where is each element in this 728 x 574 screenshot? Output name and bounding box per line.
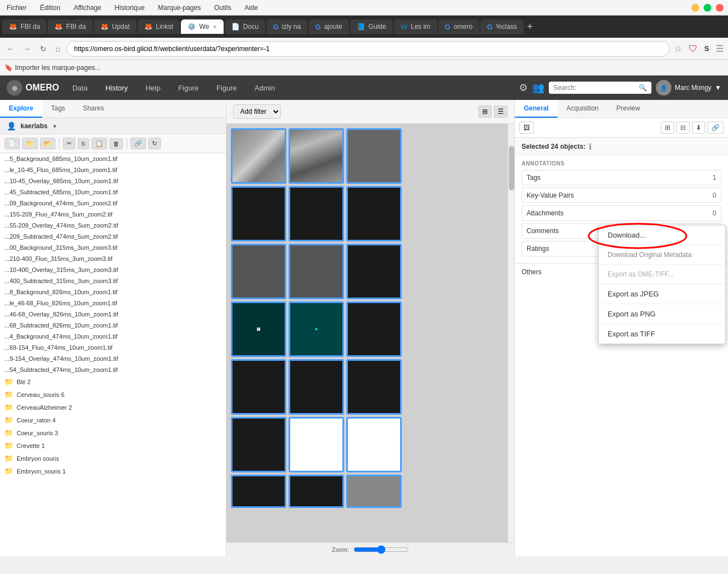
panel-grid-btn[interactable]: ⊞ — [661, 122, 674, 134]
list-item[interactable]: ...400_Subtracted_315ms_3um_zoom3.tif — [0, 275, 226, 286]
folder-crevette[interactable]: 📁 Crevette 1 — [0, 439, 226, 452]
paste-btn[interactable]: 📋 — [92, 138, 107, 149]
annotation-row-kvp[interactable]: Key-Value Pairs 0 — [522, 188, 721, 203]
home-button[interactable]: ⌂ — [53, 42, 62, 56]
nav-admin[interactable]: Admin — [250, 82, 280, 94]
image-thumbnail[interactable] — [346, 359, 402, 415]
back-button[interactable]: ← — [4, 42, 17, 56]
refresh-btn[interactable]: ↻ — [148, 138, 161, 149]
dropdown-item-download[interactable]: Download... — [599, 225, 725, 245]
maximize-button[interactable] — [704, 4, 711, 12]
list-item[interactable]: ...55-209_Overlay_474ms_5um_zoom2.tif — [0, 220, 226, 231]
folder-cerveau-souris[interactable]: 📁 Cerveau_souris 6 — [0, 388, 226, 401]
list-item[interactable]: ...209_Subtracted_474ms_5um_zoom2.tif — [0, 231, 226, 242]
search-input[interactable] — [553, 84, 636, 92]
bookmark-star-icon[interactable]: ☆ — [674, 43, 682, 54]
menu-edition[interactable]: Édition — [38, 3, 63, 13]
new-file-btn[interactable]: 📄 — [4, 138, 20, 149]
settings-icon[interactable]: ⚙ — [519, 82, 528, 94]
list-item[interactable]: ...69-154_Fluo_474ms_10um_zoom1.tif — [0, 342, 226, 353]
folder-coeur-raton[interactable]: 📁 Coeur_raton 4 — [0, 414, 226, 426]
annotation-row-tags[interactable]: Tags 1 — [522, 170, 721, 185]
tab-preview[interactable]: Preview — [608, 100, 649, 118]
tab-4[interactable]: 🦊 Linkst — [138, 19, 180, 34]
list-item[interactable]: ...9-154_Overlay_474ms_10um_zoom1.tif — [0, 353, 226, 364]
copy-btn[interactable]: ⎘ — [78, 138, 89, 149]
image-thumbnail[interactable] — [289, 301, 344, 357]
folder-cerveau-alzheimer[interactable]: 📁 CerveauAlzheimer 2 — [0, 401, 226, 414]
image-thumbnail[interactable] — [289, 244, 344, 299]
list-item[interactable]: ...09_Background_474ms_5um_zoom2.tif — [0, 198, 226, 209]
tab-11[interactable]: G omero — [438, 19, 479, 34]
list-item[interactable]: ...68_Subtracted_826ms_10um_zoom1.tif — [0, 320, 226, 331]
tab-5-close[interactable]: ✕ — [213, 24, 217, 30]
zoom-slider[interactable] — [353, 545, 409, 554]
image-thumbnail[interactable] — [346, 186, 402, 241]
dropdown-item-export-tiff[interactable]: Export as TIFF — [599, 324, 725, 344]
nav-history[interactable]: History — [101, 82, 132, 94]
list-item[interactable]: ...10-45_Overlay_685ms_10um_zoom1.tif — [0, 175, 226, 187]
list-item[interactable]: ...10-400_Overlay_315ms_3um_zoom3.tif — [0, 264, 226, 275]
panel-download-btn[interactable]: ⬇ — [692, 122, 705, 134]
tab-3[interactable]: 🦊 Updat — [94, 19, 136, 34]
tab-general[interactable]: General — [515, 100, 558, 118]
tab-5[interactable]: ⚙️ We ✕ — [181, 19, 224, 34]
list-view-button[interactable]: ☰ — [494, 105, 508, 118]
grid-view-button[interactable]: ⊞ — [478, 105, 492, 118]
nav-data[interactable]: Data — [68, 82, 92, 94]
folder-ble[interactable]: 📁 Blé 2 — [0, 375, 226, 388]
folder-coeur-souris[interactable]: 📁 Coeur_souris 3 — [0, 426, 226, 439]
image-thumbnail[interactable] — [231, 417, 286, 472]
panel-link-btn[interactable]: 🔗 — [707, 122, 724, 134]
menu-outils[interactable]: Outils — [212, 3, 234, 13]
add-filter-select[interactable]: Add filter — [233, 104, 281, 119]
parent-folder-btn[interactable]: 📂 — [40, 138, 55, 149]
list-item[interactable]: ...45_Subtracted_685ms_10um_zoom1.tif — [0, 187, 226, 198]
list-item[interactable]: ...155-209_Fluo_474ms_5um_zoom2.tif — [0, 209, 226, 220]
tab-shares[interactable]: Shares — [74, 100, 113, 118]
close-button[interactable] — [716, 4, 724, 12]
image-thumbnail[interactable] — [346, 301, 402, 357]
tab-9[interactable]: 📘 Guide — [350, 19, 393, 34]
dropdown-item-export-jpeg[interactable]: Export as JPEG — [599, 284, 725, 304]
menu-historique[interactable]: Historique — [113, 3, 147, 13]
image-thumbnail[interactable] — [346, 475, 402, 508]
list-item[interactable]: ...8_Background_826ms_10um_zoom1.tif — [0, 286, 226, 298]
image-thumbnail[interactable] — [231, 475, 286, 508]
nav-help[interactable]: Help — [141, 82, 165, 94]
menu-icon[interactable]: ☰ — [716, 43, 724, 54]
list-item[interactable]: ...210-400_Fluo_315ms_3um_zoom3.tif — [0, 253, 226, 264]
share-btn[interactable]: 🔗 — [130, 138, 146, 149]
image-thumbnail[interactable] — [231, 301, 286, 357]
forward-button[interactable]: → — [21, 42, 33, 56]
list-item[interactable]: ...5_Background_685ms_10um_zoom1.tif — [0, 153, 226, 164]
annotation-row-attachments[interactable]: Attachments 0 — [522, 205, 721, 221]
image-thumbnail[interactable] — [231, 244, 286, 299]
tab-7[interactable]: G izly na — [266, 19, 307, 34]
tab-2[interactable]: 🦊 FBI da — [48, 19, 92, 34]
image-thumbnail[interactable] — [289, 359, 344, 415]
menu-fichier[interactable]: Fichier — [4, 3, 29, 13]
image-thumbnail[interactable] — [289, 475, 344, 508]
cut-btn[interactable]: ✂ — [63, 138, 75, 149]
list-item[interactable]: ...le_10-45_Fluo_685ms_10um_zoom1.tif — [0, 164, 226, 175]
menu-marque-pages[interactable]: Marque-pages — [156, 3, 203, 13]
scrollbar-thumb[interactable] — [509, 146, 514, 190]
panel-table-btn[interactable]: ⊟ — [676, 122, 690, 134]
image-thumbnail[interactable] — [346, 417, 402, 472]
tab-1[interactable]: 🦊 FBI da — [2, 19, 47, 34]
folder-embryon-souris-2[interactable]: 📁 Embryon_souris 1 — [0, 465, 226, 477]
list-item[interactable]: ...46-68_Overlay_826ms_10um_zoom1.tif — [0, 309, 226, 320]
menu-aide[interactable]: Aide — [242, 3, 260, 13]
list-item[interactable]: ...54_Subtracted_474ms_10um_zoom1.tif — [0, 364, 226, 375]
tab-explore[interactable]: Explore — [0, 100, 42, 118]
new-tab-button[interactable]: + — [527, 21, 533, 33]
list-item[interactable]: ...00_Background_315ms_3um_zoom3.tif — [0, 242, 226, 253]
users-icon[interactable]: 👥 — [532, 82, 544, 94]
panel-info-btn[interactable]: 🖼 — [519, 122, 534, 134]
tab-10[interactable]: W Les im — [394, 19, 437, 34]
info-icon[interactable]: ℹ — [589, 142, 592, 151]
tab-12[interactable]: G %class — [481, 19, 524, 34]
bookmark-text[interactable]: Importer les marque-pages... — [15, 64, 100, 72]
tab-6[interactable]: 📄 Docu — [225, 19, 265, 34]
